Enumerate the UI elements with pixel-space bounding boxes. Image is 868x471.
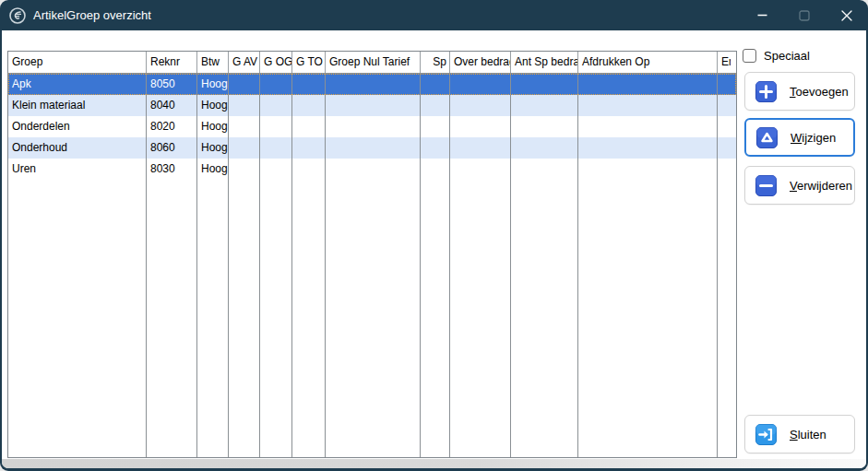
table-cell [450,159,511,180]
table-cell [326,159,421,180]
table-cell [229,74,260,95]
table-cell [292,137,326,159]
table-cell [511,95,578,116]
table-cell [229,116,260,137]
column-header-reknr[interactable]: Reknr [147,52,197,73]
grid-empty-column [292,180,326,457]
table-cell: 8060 [147,137,197,159]
table-cell [292,74,326,95]
table-row[interactable]: Apk8050Hoog [8,74,736,95]
table-row[interactable]: Uren8030Hoog [8,159,736,180]
grid-empty-area [8,180,736,457]
table-cell: Apk [8,74,147,95]
grid-body: Apk8050HoogKlein materiaal8040HoogOnderd… [8,74,736,180]
toevoegen-button[interactable]: Toevoegen [744,72,855,111]
table-cell [450,116,511,137]
column-header-g-to[interactable]: G TO [292,52,326,73]
column-header-over-bedrag[interactable]: Over bedrag [450,52,511,73]
grid-empty-column [421,180,450,457]
column-header-groep[interactable]: Groep [8,52,147,73]
grid-empty-column [511,180,578,457]
grid-empty-column [578,180,718,457]
grid-empty-column [260,180,292,457]
table-cell [229,159,260,180]
table-cell [578,116,718,137]
table-cell: Klein materiaal [8,95,147,116]
exit-icon [755,424,777,445]
grid-empty-column [718,180,731,457]
column-header-afdrukken-op[interactable]: Afdrukken Op [578,52,718,73]
table-cell: 8020 [147,116,197,137]
table-cell [511,159,578,180]
table-cell: Uren [8,159,147,180]
table-row[interactable]: Klein materiaal8040Hoog [8,95,736,116]
table-cell: Hoog [197,159,229,180]
table-cell: Hoog [197,74,229,95]
table-cell [578,95,718,116]
table-cell [229,95,260,116]
table-cell [326,95,421,116]
app-logo-icon [8,6,27,25]
table-cell [718,116,731,137]
table-cell [326,137,421,159]
table-cell [260,137,292,159]
wijzigen-button[interactable]: Wijzigen [744,118,855,157]
table-cell [511,74,578,95]
grid-empty-column [326,180,421,457]
column-header-em[interactable]: Em [718,52,731,73]
grid-empty-column [197,180,229,457]
window-controls [741,0,868,30]
triangle-icon [756,127,778,148]
column-header-g-og[interactable]: G OG [260,52,292,73]
table-cell: Hoog [197,95,229,116]
column-header-ant-sp-bedrag[interactable]: Ant Sp bedrag [511,52,578,73]
speciaal-option: Speciaal [743,49,810,63]
verwijderen-button[interactable]: Verwijderen [744,166,855,205]
maximize-button[interactable] [783,0,826,30]
toevoegen-label: Toevoegen [790,85,849,99]
column-header-btw[interactable]: Btw [197,52,229,73]
table-cell: 8030 [147,159,197,180]
close-button[interactable] [826,0,868,30]
table-cell: Onderhoud [8,137,147,159]
table-cell [450,74,511,95]
grid-empty-column [229,180,260,457]
grid-empty-column [8,180,147,457]
table-cell: 8050 [147,74,197,95]
plus-icon [755,81,777,102]
grid-empty-column [450,180,511,457]
table-cell [450,137,511,159]
table-cell [260,116,292,137]
table-cell [511,116,578,137]
table-cell [718,159,731,180]
sluiten-button[interactable]: Sluiten [744,415,855,453]
verwijderen-label: Verwijderen [790,179,852,193]
table-cell [511,137,578,159]
table-cell: Hoog [197,137,229,159]
column-header-sp[interactable]: Sp [421,52,450,73]
grid-header: GroepReknrBtwG AVG OGG TOGroep Nul Tarie… [8,52,736,74]
window-title: ArtikelGroep overzicht [33,8,151,22]
client-area: GroepReknrBtwG AVG OGG TOGroep Nul Tarie… [2,30,866,468]
speciaal-label: Speciaal [764,49,810,63]
table-cell: 8040 [147,95,197,116]
table-cell [578,137,718,159]
table-cell [718,74,731,95]
table-cell [450,95,511,116]
speciaal-checkbox[interactable] [743,49,756,63]
table-cell [421,116,450,137]
column-header-groep-nul-tarief[interactable]: Groep Nul Tarief [326,52,421,73]
table-row[interactable]: Onderhoud8060Hoog [8,137,736,159]
wijzigen-label: Wijzigen [791,131,836,145]
table-cell [229,137,260,159]
sluiten-label: Sluiten [790,428,826,442]
table-row[interactable]: Onderdelen8020Hoog [8,116,736,137]
minimize-button[interactable] [741,0,783,30]
table-cell [260,95,292,116]
table-cell [718,95,731,116]
table-cell [578,159,718,180]
column-header-g-av[interactable]: G AV [229,52,260,73]
table-cell [326,116,421,137]
table-cell [260,74,292,95]
table-cell [578,74,718,95]
